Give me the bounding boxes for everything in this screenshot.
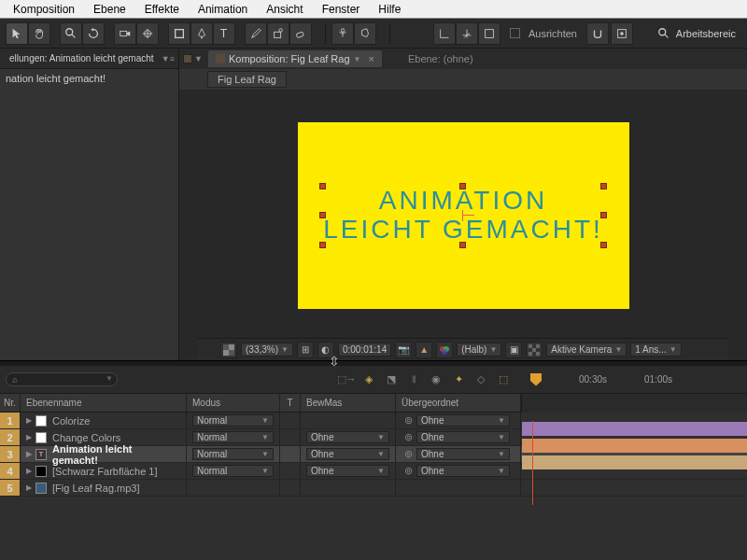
eraser-tool[interactable] — [289, 22, 312, 45]
col-nr[interactable]: Nr. — [0, 394, 21, 412]
axis-local[interactable] — [433, 22, 456, 45]
menu-fenster[interactable]: Fenster — [313, 1, 370, 18]
graph-editor-icon[interactable]: ⬚ — [495, 371, 512, 388]
align-checkbox[interactable] — [510, 28, 520, 38]
alpha-toggle-icon[interactable] — [220, 342, 237, 358]
layer-bar[interactable] — [522, 422, 747, 436]
menu-komposition[interactable]: Komposition — [4, 1, 84, 18]
col-name[interactable]: Ebenenname — [21, 394, 187, 412]
trkmat-dropdown[interactable]: Ohne▼ — [306, 465, 389, 477]
layer-tab[interactable]: Ebene: (ohne) — [401, 50, 481, 67]
flowchart-icon[interactable] — [183, 54, 192, 63]
layer-row[interactable]: 5 ▶[Fig Leaf Rag.mp3] — [0, 480, 747, 497]
menu-ebene[interactable]: Ebene — [84, 1, 135, 18]
trkmat-dropdown[interactable]: Ohne▼ — [306, 448, 389, 460]
transparency-grid-icon[interactable] — [526, 342, 543, 358]
puppet-tool[interactable] — [331, 22, 354, 45]
cti-line[interactable] — [532, 421, 533, 505]
rect-tool[interactable] — [168, 22, 190, 45]
clone-tool[interactable] — [267, 22, 289, 45]
handle-top-left[interactable] — [319, 183, 326, 189]
twirl-icon[interactable]: ▶ — [26, 433, 32, 441]
canvas[interactable]: ANIMATION LEICHT GEMACHT! — [298, 122, 629, 309]
snap-tool[interactable] — [586, 22, 609, 45]
axis-world[interactable] — [456, 22, 478, 45]
hide-shy-icon[interactable]: ⬔ — [383, 371, 400, 388]
handle-mid-left[interactable] — [319, 212, 326, 218]
auto-keyframe-icon[interactable]: ◇ — [472, 371, 489, 388]
zoom-tool[interactable] — [60, 22, 82, 45]
panel-divider[interactable]: ⇳ — [0, 360, 747, 366]
handle-bot-left[interactable] — [319, 242, 326, 248]
workspace-selector[interactable]: Arbeitsbereic — [657, 27, 741, 40]
col-t[interactable]: T — [280, 394, 301, 412]
pickwhip-icon[interactable]: ⊚ — [402, 465, 415, 477]
mode-dropdown[interactable]: Normal▼ — [192, 465, 274, 477]
pen-tool[interactable] — [190, 22, 213, 45]
menu-effekte[interactable]: Effekte — [135, 1, 189, 18]
frame-blend-icon[interactable]: ⫴ — [405, 371, 422, 388]
twirl-icon[interactable]: ▶ — [26, 416, 32, 425]
col-mode[interactable]: Modus — [187, 394, 280, 412]
panel-menu-icon[interactable]: ▼≡ — [162, 54, 175, 63]
cti-playhead[interactable] — [530, 373, 542, 386]
layer-row[interactable]: 1 ▶Colorize Normal▼ ⊚Ohne▼ — [0, 413, 747, 429]
anchor-tool[interactable] — [136, 22, 159, 45]
color-mgmt-icon[interactable] — [436, 342, 453, 358]
comp-tab-active[interactable]: Komposition: Fig Leaf Rag ▼ × — [208, 50, 382, 67]
parent-dropdown[interactable]: Ohne▼ — [416, 465, 510, 477]
col-parent[interactable]: Übergeordnet — [396, 394, 521, 412]
menu-hilfe[interactable]: Hilfe — [369, 1, 410, 18]
effects-tab[interactable]: ellungen: Animation leicht gemacht — [4, 50, 160, 66]
breadcrumb-item[interactable]: Fig Leaf Rag — [207, 71, 287, 88]
layer-bar[interactable] — [522, 439, 747, 453]
mode-dropdown[interactable]: Normal▼ — [192, 448, 274, 460]
twirl-icon[interactable]: ▶ — [26, 450, 32, 458]
text-tool[interactable]: T — [213, 22, 235, 45]
axis-view[interactable] — [478, 22, 500, 45]
rotate-tool[interactable] — [82, 22, 105, 45]
comp-flowchart-icon[interactable]: ⬚→ — [338, 371, 355, 388]
close-tab-icon[interactable]: × — [368, 53, 374, 64]
layer-name[interactable]: ▶[Schwarz Farbfläche 1] — [21, 463, 187, 479]
menu-ansicht[interactable]: Ansicht — [257, 1, 312, 18]
anchor-point-icon[interactable] — [458, 210, 469, 221]
twirl-icon[interactable]: ▶ — [26, 467, 32, 475]
camera-dropdown[interactable]: Aktive Kamera▼ — [546, 343, 627, 357]
hand-tool[interactable] — [28, 22, 50, 45]
composition-viewer[interactable]: ANIMATION LEICHT GEMACHT! — [198, 95, 728, 336]
handle-top-right[interactable] — [600, 183, 607, 189]
layer-bar[interactable] — [522, 455, 747, 469]
parent-dropdown[interactable]: Ohne▼ — [416, 414, 510, 427]
pickwhip-icon[interactable]: ⊚ — [402, 448, 415, 460]
mode-dropdown[interactable]: Normal▼ — [192, 431, 274, 443]
channel-icon[interactable]: ▲ — [416, 342, 432, 358]
brainstorm-icon[interactable]: ✦ — [450, 371, 467, 388]
roto-tool[interactable] — [354, 22, 376, 45]
snapshot-icon[interactable]: 📷 — [395, 342, 412, 358]
grid-icon[interactable]: ⊞ — [297, 342, 314, 358]
camera-tool[interactable] — [114, 22, 136, 45]
timecode-display[interactable]: 0:00:01:14 — [338, 343, 391, 357]
col-trkmat[interactable]: BewMas — [301, 394, 396, 412]
handle-bot-right[interactable] — [600, 242, 607, 248]
brush-tool[interactable] — [245, 22, 267, 45]
layer-name[interactable]: ▶TAnimation leicht gemacht! — [21, 446, 187, 462]
motion-blur-icon[interactable]: ◉ — [428, 371, 444, 388]
pickwhip-icon[interactable]: ⊚ — [402, 431, 415, 443]
flowchart-dropdown[interactable]: ▼ — [194, 54, 203, 63]
handle-top-mid[interactable] — [459, 183, 466, 189]
layer-name[interactable]: ▶[Fig Leaf Rag.mp3] — [21, 480, 187, 496]
handle-bot-mid[interactable] — [459, 242, 466, 248]
roi-icon[interactable]: ▣ — [505, 342, 522, 358]
layer-name[interactable]: ▶Colorize — [21, 413, 187, 428]
resolution-dropdown[interactable]: (Halb)▼ — [457, 343, 501, 357]
zoom-dropdown[interactable]: (33,3%)▼ — [241, 343, 293, 357]
time-ruler[interactable]: 00:30s 01:00s — [517, 373, 741, 386]
layer-search-input[interactable]: ⌕▼ — [6, 372, 118, 386]
snap-edge-tool[interactable] — [611, 22, 633, 45]
trkmat-dropdown[interactable]: Ohne▼ — [306, 431, 389, 443]
parent-dropdown[interactable]: Ohne▼ — [416, 448, 510, 460]
selection-tool[interactable] — [6, 22, 28, 45]
menu-animation[interactable]: Animation — [189, 1, 257, 18]
